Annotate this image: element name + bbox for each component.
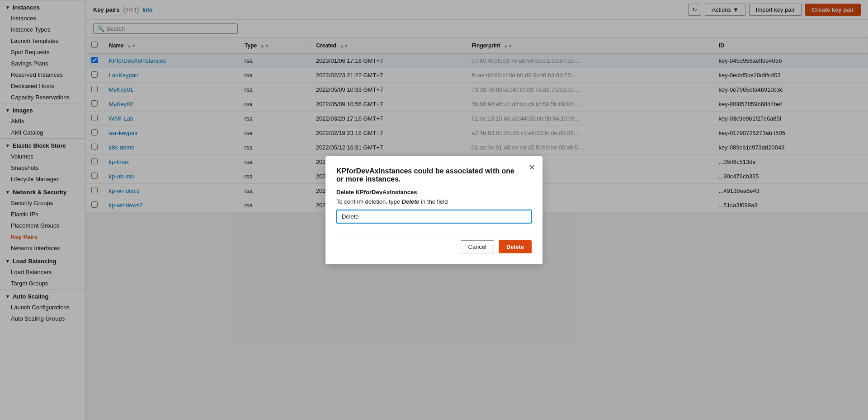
delete-confirm-modal: ✕ KPforDevAxInstances could be associate… bbox=[326, 156, 542, 264]
modal-instruction: To confirm deletion, type Delete in the … bbox=[336, 198, 532, 205]
delete-confirm-input[interactable] bbox=[336, 210, 532, 224]
delete-button[interactable]: Delete bbox=[499, 240, 532, 253]
modal-title: KPforDevAxInstances could be associated … bbox=[336, 167, 532, 183]
delete-label: Delete KPforDevAxInstances bbox=[336, 189, 532, 196]
cancel-button[interactable]: Cancel bbox=[461, 240, 494, 253]
modal-footer: Cancel Delete bbox=[336, 233, 532, 253]
modal-body: Delete KPforDevAxInstances To confirm de… bbox=[336, 189, 532, 224]
modal-close-button[interactable]: ✕ bbox=[528, 163, 535, 172]
modal-overlay: ✕ KPforDevAxInstances could be associate… bbox=[0, 0, 868, 420]
